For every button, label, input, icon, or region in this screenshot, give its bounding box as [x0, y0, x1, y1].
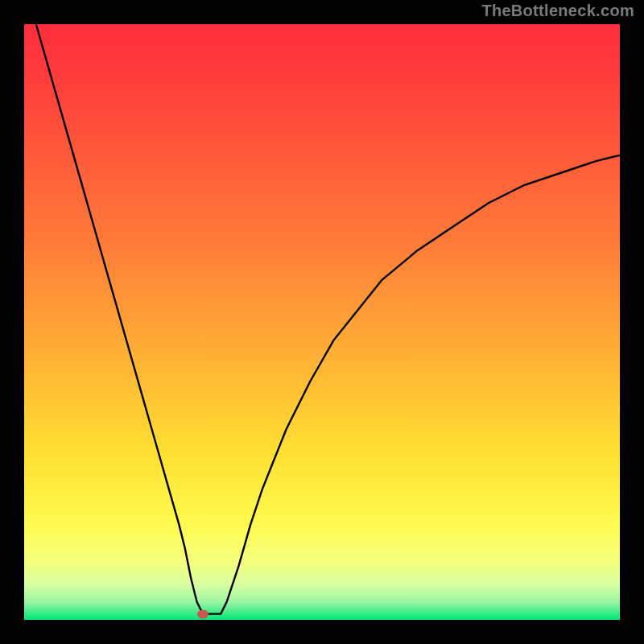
optimum-marker-icon [197, 609, 208, 618]
plot-area [24, 24, 620, 620]
watermark-label: TheBottleneck.com [481, 2, 634, 20]
curve-svg [24, 24, 620, 620]
chart-frame: TheBottleneck.com [0, 0, 644, 644]
bottleneck-curve [36, 24, 620, 614]
